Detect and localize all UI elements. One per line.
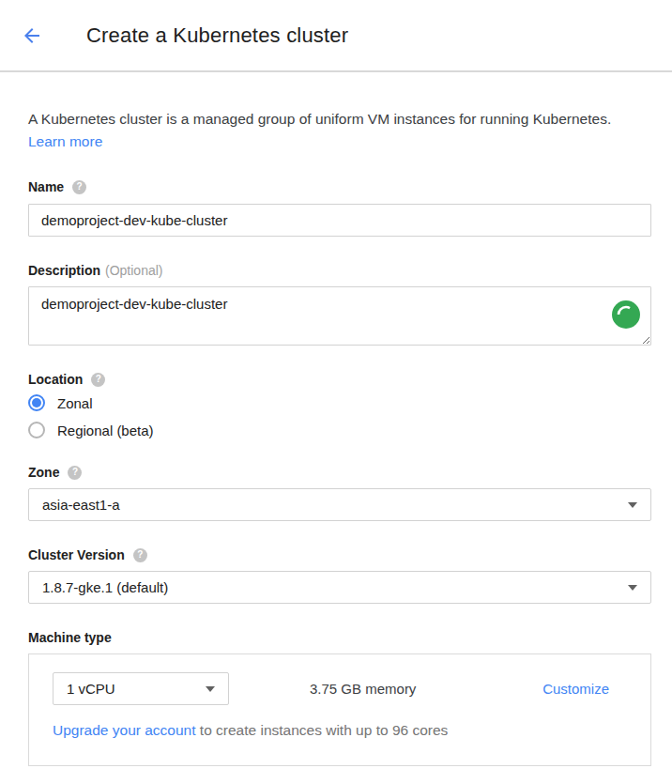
- cluster-version-label: Cluster Version: [28, 547, 125, 562]
- customize-link[interactable]: Customize: [542, 681, 609, 697]
- machine-type-label-row: Machine type: [28, 630, 651, 645]
- name-label: Name: [28, 179, 64, 194]
- name-help-icon[interactable]: ?: [72, 180, 86, 194]
- description-label-row: Description (Optional): [28, 263, 651, 278]
- name-input[interactable]: [28, 204, 651, 237]
- upgrade-notice: Upgrade your account to create instances…: [53, 722, 609, 739]
- radio-selected-icon: [28, 394, 45, 411]
- machine-type-row: 1 vCPU 3.75 GB memory Customize: [53, 672, 609, 705]
- form-content: A Kubernetes cluster is a managed group …: [0, 108, 672, 766]
- learn-more-link[interactable]: Learn more: [28, 133, 102, 149]
- cluster-version-help-icon[interactable]: ?: [133, 548, 147, 562]
- page-header: Create a Kubernetes cluster: [0, 0, 672, 72]
- location-label-row: Location ?: [28, 372, 651, 387]
- location-option-regional[interactable]: Regional (beta): [28, 422, 651, 438]
- chevron-down-icon: [628, 502, 637, 508]
- machine-type-panel: 1 vCPU 3.75 GB memory Customize Upgrade …: [28, 653, 651, 766]
- cluster-version-label-row: Cluster Version ?: [28, 547, 651, 562]
- intro-text: A Kubernetes cluster is a managed group …: [28, 108, 634, 153]
- location-option-zonal[interactable]: Zonal: [28, 394, 651, 411]
- radio-unselected-icon: [28, 422, 45, 438]
- cluster-version-select-value: 1.8.7-gke.1 (default): [42, 579, 168, 595]
- cpu-select[interactable]: 1 vCPU: [53, 672, 229, 705]
- radio-label-zonal: Zonal: [57, 395, 93, 411]
- name-label-row: Name ?: [28, 179, 651, 194]
- chevron-down-icon: [628, 585, 637, 591]
- cluster-version-select[interactable]: 1.8.7-gke.1 (default): [28, 571, 651, 604]
- location-label: Location: [28, 372, 83, 387]
- intro-description: A Kubernetes cluster is a managed group …: [28, 111, 611, 127]
- machine-type-label: Machine type: [28, 630, 112, 645]
- description-textarea[interactable]: demoproject-dev-kube-cluster: [28, 286, 651, 346]
- zone-label-row: Zone ?: [28, 465, 651, 480]
- chevron-down-icon: [206, 686, 215, 692]
- memory-value: 3.75 GB memory: [310, 681, 416, 697]
- back-arrow-icon: [21, 24, 43, 47]
- description-label: Description: [28, 263, 100, 278]
- zone-select[interactable]: asia-east1-a: [28, 488, 651, 521]
- description-field-wrap: demoproject-dev-kube-cluster: [28, 286, 651, 346]
- zone-label: Zone: [28, 465, 59, 480]
- zone-select-value: asia-east1-a: [42, 497, 120, 513]
- upgrade-account-link[interactable]: Upgrade your account: [53, 722, 196, 738]
- description-optional-label: (Optional): [105, 263, 162, 278]
- back-button[interactable]: [21, 24, 43, 47]
- page-title: Create a Kubernetes cluster: [86, 23, 348, 48]
- location-help-icon[interactable]: ?: [91, 373, 105, 387]
- upgrade-notice-text: to create instances with up to 96 cores: [196, 722, 449, 738]
- zone-help-icon[interactable]: ?: [68, 466, 82, 480]
- cpu-select-value: 1 vCPU: [67, 681, 115, 697]
- radio-label-regional: Regional (beta): [57, 423, 154, 438]
